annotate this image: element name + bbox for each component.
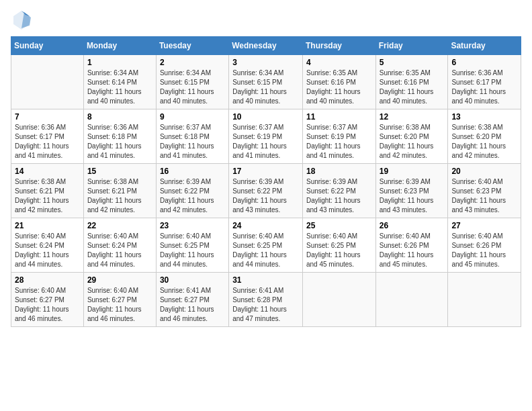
day-info: Sunrise: 6:34 AMSunset: 6:15 PMDaylight:… (160, 69, 214, 105)
day-number: 25 (306, 221, 372, 230)
day-info: Sunrise: 6:41 AMSunset: 6:27 PMDaylight:… (160, 287, 214, 322)
day-number: 6 (451, 58, 517, 67)
day-number: 3 (232, 58, 299, 67)
day-number: 12 (380, 112, 445, 122)
day-info: Sunrise: 6:38 AMSunset: 6:20 PMDaylight:… (380, 124, 434, 159)
day-cell: 30Sunrise: 6:41 AMSunset: 6:27 PMDayligh… (156, 273, 228, 327)
day-cell: 18Sunrise: 6:39 AMSunset: 6:22 PMDayligh… (302, 164, 375, 218)
day-number: 4 (306, 58, 372, 67)
calendar-table: SundayMondayTuesdayWednesdayThursdayFrid… (11, 36, 521, 327)
week-row-2: 7Sunrise: 6:36 AMSunset: 6:17 PMDaylight… (11, 109, 521, 164)
day-info: Sunrise: 6:40 AMSunset: 6:25 PMDaylight:… (306, 232, 361, 268)
day-cell: 25Sunrise: 6:40 AMSunset: 6:25 PMDayligh… (302, 218, 375, 273)
day-cell: 20Sunrise: 6:40 AMSunset: 6:23 PMDayligh… (448, 164, 521, 218)
day-number: 22 (87, 221, 152, 230)
day-info: Sunrise: 6:40 AMSunset: 6:26 PMDaylight:… (451, 232, 506, 268)
day-number: 10 (232, 112, 299, 122)
day-info: Sunrise: 6:37 AMSunset: 6:18 PMDaylight:… (160, 124, 214, 159)
day-number: 24 (232, 221, 299, 230)
day-number: 31 (232, 275, 299, 285)
day-info: Sunrise: 6:37 AMSunset: 6:19 PMDaylight:… (306, 124, 361, 159)
day-number: 30 (160, 275, 225, 285)
day-number: 13 (451, 112, 517, 122)
day-info: Sunrise: 6:39 AMSunset: 6:23 PMDaylight:… (380, 178, 434, 214)
week-row-4: 21Sunrise: 6:40 AMSunset: 6:24 PMDayligh… (11, 218, 521, 273)
day-cell: 5Sunrise: 6:35 AMSunset: 6:16 PMDaylight… (375, 55, 448, 109)
header-day-saturday: Saturday (448, 37, 521, 55)
day-cell: 24Sunrise: 6:40 AMSunset: 6:25 PMDayligh… (229, 218, 303, 273)
day-info: Sunrise: 6:40 AMSunset: 6:25 PMDaylight:… (232, 232, 287, 268)
day-info: Sunrise: 6:34 AMSunset: 6:14 PMDaylight:… (87, 69, 142, 105)
page: SundayMondayTuesdayWednesdayThursdayFrid… (0, 0, 532, 411)
header-day-monday: Monday (83, 37, 156, 55)
day-info: Sunrise: 6:41 AMSunset: 6:28 PMDaylight:… (232, 287, 287, 322)
day-info: Sunrise: 6:37 AMSunset: 6:19 PMDaylight:… (232, 124, 287, 159)
day-cell: 6Sunrise: 6:36 AMSunset: 6:17 PMDaylight… (448, 55, 521, 109)
day-number: 14 (15, 167, 80, 176)
day-cell: 11Sunrise: 6:37 AMSunset: 6:19 PMDayligh… (302, 109, 375, 164)
day-cell: 26Sunrise: 6:40 AMSunset: 6:26 PMDayligh… (375, 218, 448, 273)
day-info: Sunrise: 6:40 AMSunset: 6:25 PMDaylight:… (160, 232, 214, 268)
day-number: 23 (160, 221, 225, 230)
day-number: 7 (15, 112, 80, 122)
day-info: Sunrise: 6:38 AMSunset: 6:21 PMDaylight:… (15, 178, 69, 214)
week-row-3: 14Sunrise: 6:38 AMSunset: 6:21 PMDayligh… (11, 164, 521, 218)
day-number: 17 (232, 167, 299, 176)
day-number: 2 (160, 58, 225, 67)
day-cell: 13Sunrise: 6:38 AMSunset: 6:20 PMDayligh… (448, 109, 521, 164)
day-cell: 14Sunrise: 6:38 AMSunset: 6:21 PMDayligh… (11, 164, 84, 218)
day-number: 18 (306, 167, 372, 176)
week-row-5: 28Sunrise: 6:40 AMSunset: 6:27 PMDayligh… (11, 273, 521, 327)
day-info: Sunrise: 6:36 AMSunset: 6:18 PMDaylight:… (87, 124, 142, 159)
day-cell: 29Sunrise: 6:40 AMSunset: 6:27 PMDayligh… (83, 273, 156, 327)
day-info: Sunrise: 6:35 AMSunset: 6:16 PMDaylight:… (306, 69, 361, 105)
day-info: Sunrise: 6:40 AMSunset: 6:23 PMDaylight:… (451, 178, 506, 214)
day-info: Sunrise: 6:40 AMSunset: 6:26 PMDaylight:… (380, 232, 434, 268)
day-info: Sunrise: 6:39 AMSunset: 6:22 PMDaylight:… (232, 178, 287, 214)
day-number: 16 (160, 167, 225, 176)
day-info: Sunrise: 6:40 AMSunset: 6:24 PMDaylight:… (15, 232, 69, 268)
day-cell: 15Sunrise: 6:38 AMSunset: 6:21 PMDayligh… (83, 164, 156, 218)
day-info: Sunrise: 6:39 AMSunset: 6:22 PMDaylight:… (160, 178, 214, 214)
day-cell: 8Sunrise: 6:36 AMSunset: 6:18 PMDaylight… (83, 109, 156, 164)
day-number: 21 (15, 221, 80, 230)
day-cell: 2Sunrise: 6:34 AMSunset: 6:15 PMDaylight… (156, 55, 228, 109)
day-cell (375, 273, 448, 327)
day-number: 20 (451, 167, 517, 176)
day-number: 19 (380, 167, 445, 176)
day-number: 26 (380, 221, 445, 230)
day-cell: 9Sunrise: 6:37 AMSunset: 6:18 PMDaylight… (156, 109, 228, 164)
day-info: Sunrise: 6:39 AMSunset: 6:22 PMDaylight:… (306, 178, 361, 214)
day-cell (302, 273, 375, 327)
header (11, 7, 521, 31)
day-info: Sunrise: 6:38 AMSunset: 6:21 PMDaylight:… (87, 178, 142, 214)
header-day-sunday: Sunday (11, 37, 84, 55)
day-cell: 1Sunrise: 6:34 AMSunset: 6:14 PMDaylight… (83, 55, 156, 109)
day-number: 28 (15, 275, 80, 285)
day-cell: 28Sunrise: 6:40 AMSunset: 6:27 PMDayligh… (11, 273, 84, 327)
week-row-1: 1Sunrise: 6:34 AMSunset: 6:14 PMDaylight… (11, 55, 521, 109)
day-cell: 31Sunrise: 6:41 AMSunset: 6:28 PMDayligh… (229, 273, 303, 327)
day-info: Sunrise: 6:40 AMSunset: 6:27 PMDaylight:… (87, 287, 142, 322)
day-number: 29 (87, 275, 152, 285)
day-number: 15 (87, 167, 152, 176)
day-cell: 22Sunrise: 6:40 AMSunset: 6:24 PMDayligh… (83, 218, 156, 273)
day-info: Sunrise: 6:34 AMSunset: 6:15 PMDaylight:… (232, 69, 287, 105)
day-cell: 7Sunrise: 6:36 AMSunset: 6:17 PMDaylight… (11, 109, 84, 164)
day-info: Sunrise: 6:38 AMSunset: 6:20 PMDaylight:… (451, 124, 506, 159)
day-number: 27 (451, 221, 517, 230)
day-cell: 3Sunrise: 6:34 AMSunset: 6:15 PMDaylight… (229, 55, 303, 109)
header-day-tuesday: Tuesday (156, 37, 228, 55)
day-info: Sunrise: 6:40 AMSunset: 6:24 PMDaylight:… (87, 232, 142, 268)
day-cell: 12Sunrise: 6:38 AMSunset: 6:20 PMDayligh… (375, 109, 448, 164)
day-number: 5 (380, 58, 445, 67)
logo-icon (11, 9, 32, 31)
day-cell: 17Sunrise: 6:39 AMSunset: 6:22 PMDayligh… (229, 164, 303, 218)
day-cell: 23Sunrise: 6:40 AMSunset: 6:25 PMDayligh… (156, 218, 228, 273)
day-info: Sunrise: 6:36 AMSunset: 6:17 PMDaylight:… (15, 124, 69, 159)
header-day-wednesday: Wednesday (229, 37, 303, 55)
day-info: Sunrise: 6:36 AMSunset: 6:17 PMDaylight:… (451, 69, 506, 105)
day-cell: 4Sunrise: 6:35 AMSunset: 6:16 PMDaylight… (302, 55, 375, 109)
logo (11, 9, 35, 31)
day-info: Sunrise: 6:40 AMSunset: 6:27 PMDaylight:… (15, 287, 69, 322)
